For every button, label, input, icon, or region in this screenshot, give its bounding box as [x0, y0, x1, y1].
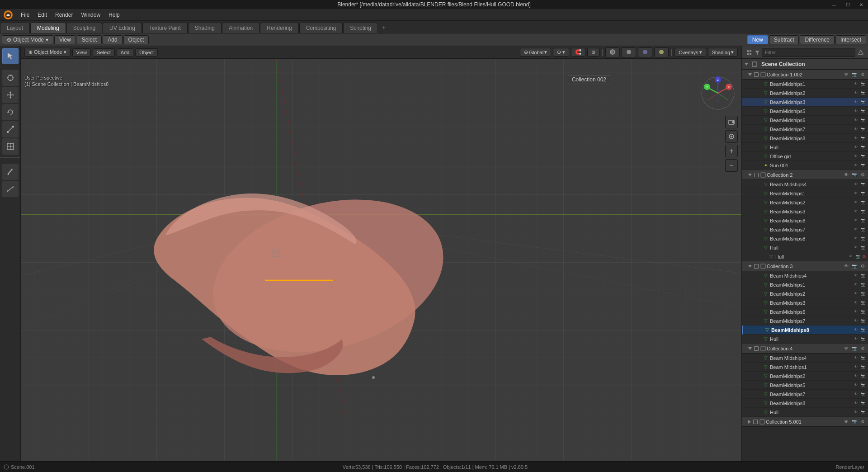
viewport[interactable]: ⊕ Object Mode ▾ View Select Add Object ⊕…: [21, 46, 741, 461]
collection-3-header[interactable]: Collection 3 👁 📷 ⚙: [742, 261, 868, 271]
cam-btn[interactable]: 📷: [860, 162, 866, 169]
item-c3-beammid2[interactable]: ▽ BeamMidships2 👁 📷: [742, 289, 868, 298]
item-c3-beammid4[interactable]: ▽ Beam Midships4 👁 📷: [742, 271, 868, 280]
tab-rendering[interactable]: Rendering: [260, 23, 298, 33]
item-c3-beammid1[interactable]: ▽ BeamMidships1 👁 📷: [742, 280, 868, 289]
cam-btn[interactable]: 📷: [860, 227, 866, 233]
coll5-filter-btn[interactable]: ⚙: [859, 418, 866, 425]
eye-btn[interactable]: 👁: [853, 391, 859, 397]
item-c1-beammid1[interactable]: ▽ BeamMidships1 👁 📷: [742, 80, 868, 89]
add-workspace-button[interactable]: +: [378, 22, 389, 33]
eye-btn[interactable]: 👁: [853, 318, 859, 324]
coll2-camera-btn[interactable]: 📷: [851, 171, 858, 179]
coll2-filter-btn[interactable]: ⚙: [859, 171, 866, 179]
coll4-eye-btn[interactable]: 👁: [843, 345, 850, 352]
shading-btn[interactable]: Shading ▾: [708, 48, 738, 57]
select-tool[interactable]: [2, 48, 19, 64]
rotate-tool[interactable]: [2, 104, 19, 120]
eye-btn[interactable]: 👁: [853, 300, 859, 306]
cam-btn[interactable]: 📷: [860, 382, 866, 388]
item-c1-beammid7[interactable]: ▽ BeamMidships7 👁 📷: [742, 125, 868, 134]
cam-btn[interactable]: 📷: [860, 108, 866, 114]
collection-1-header[interactable]: Collection 1.002 👁 📷 ⚙: [742, 70, 868, 80]
window-controls[interactable]: — ☐ ✕: [827, 0, 868, 9]
eye-btn[interactable]: 👁: [853, 144, 859, 151]
outliner-mode-btn[interactable]: [745, 49, 753, 56]
item-c4-beammid1[interactable]: ▽ Beam Midships1 👁 📷: [742, 363, 868, 372]
item-c2-beammid1[interactable]: ▽ BeamMidships1 👁 📷: [742, 189, 868, 198]
tab-modeling[interactable]: Modeling: [30, 23, 66, 33]
maximize-button[interactable]: ☐: [841, 0, 854, 9]
eye-btn[interactable]: 👁: [853, 227, 859, 233]
select-menu[interactable]: Select: [77, 35, 102, 44]
item-c2-beammid7[interactable]: ▽ BeamMidships7 👁 📷: [742, 225, 868, 234]
eye-btn[interactable]: 👁: [853, 126, 859, 132]
cam-btn[interactable]: 📷: [860, 309, 866, 315]
eye-btn[interactable]: 👁: [853, 153, 859, 160]
eye-btn[interactable]: 👁: [853, 99, 859, 105]
zoom-out-btn[interactable]: −: [725, 159, 738, 172]
eye-btn[interactable]: 👁: [853, 282, 859, 288]
eye-btn[interactable]: 👁: [853, 208, 859, 215]
cam-btn[interactable]: 📷: [860, 190, 866, 197]
cam-btn[interactable]: 📷: [860, 217, 866, 224]
tab-sculpting[interactable]: Sculpting: [66, 23, 102, 33]
zoom-in-btn[interactable]: +: [725, 145, 738, 157]
item-c2-beammid2[interactable]: ▽ BeamMidships2 👁 📷: [742, 198, 868, 207]
scene-collection-header[interactable]: Scene Collection: [742, 59, 868, 70]
minimize-button[interactable]: —: [827, 0, 841, 9]
eye-btn[interactable]: 👁: [853, 190, 859, 197]
collection-4-header[interactable]: Collection 4 👁 📷 ⚙: [742, 344, 868, 354]
cam-btn[interactable]: 📷: [860, 245, 866, 251]
cam-btn[interactable]: 📷: [860, 99, 866, 105]
camera-view-btn[interactable]: [725, 116, 738, 128]
item-c1-sun[interactable]: ✦ Sun.001 👁 📷: [742, 161, 868, 170]
item-c3-beammid8-active[interactable]: ▽ BeamMidships8 👁 📷: [742, 326, 868, 335]
tab-animation[interactable]: Animation: [222, 23, 259, 33]
item-c1-beammid3[interactable]: ▽ BeamMidships3 👁 📷: [742, 98, 868, 107]
eye-btn[interactable]: 👁: [853, 336, 859, 342]
item-c3-beammid7[interactable]: ▽ BeamMidships7 👁 📷: [742, 316, 868, 326]
item-c3-beammid6[interactable]: ▽ BeamMidships6 👁 📷: [742, 307, 868, 316]
viewport-view-btn[interactable]: View: [72, 48, 91, 57]
cam-btn[interactable]: 📷: [860, 355, 866, 361]
difference-button[interactable]: Difference: [800, 35, 834, 44]
eye-btn[interactable]: 👁: [853, 217, 859, 224]
eye-btn[interactable]: 👁: [853, 327, 859, 333]
item-c2-beammid4[interactable]: ▽ Beam Midships4 👁 📷: [742, 180, 868, 189]
cam-btn[interactable]: 📷: [860, 391, 866, 397]
add-menu[interactable]: Add: [103, 35, 122, 44]
viewport-select-btn[interactable]: Select: [93, 48, 115, 57]
eye-btn[interactable]: 👁: [853, 309, 859, 315]
cam-btn[interactable]: 📷: [860, 300, 866, 306]
menu-help[interactable]: Help: [105, 11, 123, 19]
eye-btn[interactable]: 👁: [853, 162, 859, 169]
view-menu[interactable]: View: [54, 35, 76, 44]
eye-btn[interactable]: 👁: [848, 254, 854, 260]
overlays-btn[interactable]: Overlays ▾: [675, 48, 706, 57]
viewport-object-btn[interactable]: Object: [135, 48, 158, 57]
move-tool[interactable]: [2, 87, 19, 103]
annotate-tool[interactable]: [2, 164, 19, 180]
coll1-eye-btn[interactable]: 👁: [843, 71, 850, 78]
cam-btn[interactable]: 📷: [860, 327, 866, 333]
subtract-button[interactable]: Subtract: [769, 35, 799, 44]
eye-btn[interactable]: 👁: [853, 117, 859, 123]
item-c4-beammid7[interactable]: ▽ BeamMidships7 👁 📷: [742, 390, 868, 399]
object-mode-selector[interactable]: ⊕ Object Mode ▾: [2, 35, 53, 44]
cam-btn[interactable]: 📷: [860, 144, 866, 151]
cam-btn[interactable]: 📷: [860, 126, 866, 132]
cam-btn[interactable]: 📷: [860, 364, 866, 370]
intersect-button[interactable]: Intersect: [835, 35, 866, 44]
wireframe-btn[interactable]: [605, 47, 620, 57]
cam-btn[interactable]: 📷: [860, 199, 866, 206]
cam-btn[interactable]: 📷: [860, 153, 866, 160]
cam-btn[interactable]: 📷: [860, 318, 866, 324]
eye-btn[interactable]: 👁: [853, 236, 859, 242]
item-c2-beammid3[interactable]: ▽ BeamMidships3 👁 📷: [742, 207, 868, 216]
viewport-add-btn[interactable]: Add: [117, 48, 134, 57]
item-c1-beammid2[interactable]: ▽ BeamMidships2 👁 📷: [742, 89, 868, 98]
rendered-btn[interactable]: [654, 47, 669, 57]
item-c3-beammid3[interactable]: ▽ BeamMidships3 👁 📷: [742, 298, 868, 307]
eye-btn[interactable]: 👁: [853, 90, 859, 96]
